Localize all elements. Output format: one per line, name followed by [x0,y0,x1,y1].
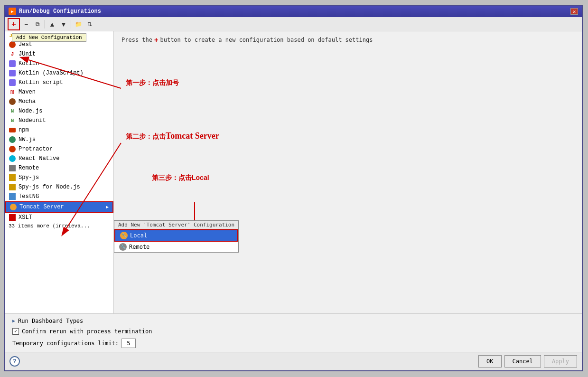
temp-limit-input[interactable] [121,339,136,348]
footer: ? OK Cancel Apply [5,352,582,370]
maven-icon: m [9,88,16,96]
tomcat-icon [9,203,17,211]
submenu-list: 🔧 Local 🔧 Remote [114,229,239,253]
move-down-button[interactable]: ▼ [58,19,69,29]
nodeunit-icon: N [9,117,16,124]
sidebar-item-nodejs[interactable]: N Node.js [5,106,113,116]
sidebar-item-mocha[interactable]: Mocha [5,97,113,106]
sidebar-item-nodeunit[interactable]: N Nodeunit [5,116,113,125]
submenu-item-local[interactable]: 🔧 Local [114,229,238,242]
run-dashboard-label: Run Dashboard Types [18,318,83,324]
kotlin-icon [9,60,16,67]
sidebar-item-testng[interactable]: TestNG [5,192,113,201]
dialog-window: ▶ Run/Debug Configurations ✕ + − ⧉ ▲ ▼ 📁… [4,5,583,371]
title-bar: ▶ Run/Debug Configurations ✕ [5,6,582,17]
sidebar-item-kotlin-script[interactable]: Kotlin script [5,78,113,87]
sidebar-item-maven[interactable]: m Maven [5,87,113,97]
right-panel: Press the + button to create a new confi… [114,31,582,313]
bottom-bar: ▶ Run Dashboard Types ✓ Confirm rerun wi… [5,313,582,352]
sidebar-item-spyjs[interactable]: Spy-js [5,173,113,182]
protractor-icon [9,145,16,153]
footer-buttons: OK Cancel Apply [478,355,577,368]
npm-icon [9,126,16,134]
apply-button[interactable]: Apply [544,355,577,368]
dialog-title: Run/Debug Configurations [19,8,101,15]
temp-limit-row: Temporary configurations limit: [12,339,574,348]
nwjs-icon [9,136,16,143]
run-dashboard-arrow[interactable]: ▶ [12,318,15,324]
toolbar-separator-2 [71,20,71,28]
remote-submenu-icon: 🔧 [119,243,127,251]
toolbar-separator [45,20,45,28]
toolbar: + − ⧉ ▲ ▼ 📁 ⇅ Add New Configuration [5,17,582,31]
move-up-button[interactable]: ▲ [47,19,57,29]
xslt-icon [9,214,16,221]
press-plus-text-after: button to create a new configuration bas… [160,37,373,43]
kotlin-script-icon [9,79,16,86]
testng-icon [9,193,16,200]
kotlin-js-icon [9,69,16,77]
sidebar-item-spyjs-node[interactable]: Spy-js for Node.js [5,182,113,192]
remote-icon [9,164,16,172]
plus-icon: + [154,36,158,44]
submenu-header: Add New 'Tomcat Server' Configuration [114,220,239,229]
sidebar-item-more[interactable]: 33 items more (irreleva... [5,222,113,230]
title-icon: ▶ [9,8,16,15]
spyjs-icon [9,174,16,181]
confirm-rerun-checkbox[interactable]: ✓ [12,328,19,335]
sidebar-item-nwjs[interactable]: NW.js [5,135,113,144]
sidebar-item-remote[interactable]: Remote [5,163,113,173]
help-button[interactable]: ? [9,356,20,367]
local-icon: 🔧 [120,232,128,239]
sidebar: JS JavaScript Debug... Jest J JUnit Kotl… [5,31,114,313]
sidebar-item-tomcat[interactable]: Tomcat Server ▶ [5,201,113,213]
mocha-icon [9,98,16,105]
tomcat-submenu: Add New 'Tomcat Server' Configuration 🔧 … [114,220,239,253]
sidebar-item-xslt[interactable]: XSLT [5,213,113,222]
sidebar-item-npm[interactable]: npm [5,125,113,135]
submenu-item-remote[interactable]: 🔧 Remote [114,242,238,252]
sidebar-item-junit[interactable]: J JUnit [5,49,113,59]
temp-limit-label: Temporary configurations limit: [12,340,119,347]
jest-icon [9,41,16,48]
sidebar-item-kotlin[interactable]: Kotlin [5,59,113,68]
add-config-tooltip: Add New Configuration [12,33,86,42]
remove-configuration-button[interactable]: − [21,19,31,29]
confirm-rerun-row: ✓ Confirm rerun with process termination [12,328,574,335]
folder-button[interactable]: 📁 [73,19,84,29]
copy-configuration-button[interactable]: ⧉ [32,19,43,29]
content-area: JS JavaScript Debug... Jest J JUnit Kotl… [5,31,582,313]
junit-icon: J [9,50,16,58]
run-dashboard-row: ▶ Run Dashboard Types [12,318,574,324]
sidebar-item-kotlin-js[interactable]: Kotlin (JavaScript) [5,68,113,78]
nodejs-icon: N [9,107,16,115]
title-bar-left: ▶ Run/Debug Configurations [9,8,101,15]
react-native-icon [9,155,16,162]
remote-label: Remote [129,244,149,250]
add-configuration-button[interactable]: + [8,18,20,30]
sort-button[interactable]: ⇅ [84,19,95,29]
sidebar-item-protractor[interactable]: Protractor [5,144,113,154]
cancel-button[interactable]: Cancel [504,355,541,368]
spyjs-node-icon [9,183,16,191]
submenu-arrow-icon: ▶ [106,204,109,210]
ok-button[interactable]: OK [478,355,501,368]
confirm-rerun-label: Confirm rerun with process termination [22,328,152,335]
press-plus-description: Press the + button to create a new confi… [121,36,574,44]
close-button[interactable]: ✕ [570,8,578,15]
press-plus-text-before: Press the [121,37,152,43]
sidebar-item-react-native[interactable]: React Native [5,154,113,163]
local-label: Local [130,232,147,239]
